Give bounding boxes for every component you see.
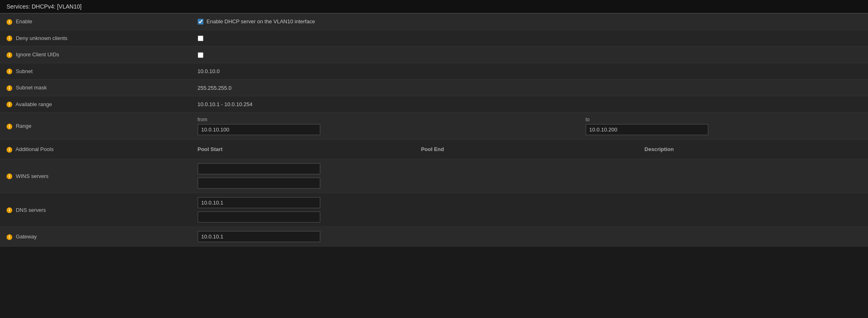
- subnet-info-icon[interactable]: i: [7, 69, 12, 74]
- range-to-input[interactable]: [586, 124, 708, 135]
- pool-description-header: Description: [645, 146, 861, 152]
- additional-pools-info-icon[interactable]: i: [7, 147, 12, 153]
- enable-checkbox[interactable]: [198, 19, 203, 24]
- page-content: i Enable Enable DHCP server on the VLAN1…: [0, 13, 868, 247]
- deny-unknown-row: i Deny unknown clients: [0, 30, 868, 47]
- wins-servers-row: i WINS servers: [0, 159, 868, 193]
- pool-start-header: Pool Start: [198, 146, 415, 152]
- deny-unknown-label-cell: i Deny unknown clients: [0, 30, 191, 47]
- range-row: i Range from to: [0, 113, 868, 140]
- gateway-value-cell: [191, 227, 868, 247]
- subnet-mask-label: Subnet mask: [16, 85, 47, 91]
- additional-pools-label: Additional Pools: [16, 146, 54, 152]
- subnet-mask-value-cell: 255.255.255.0: [191, 80, 868, 96]
- subnet-mask-label-cell: i Subnet mask: [0, 80, 191, 96]
- enable-checkbox-label: Enable DHCP server on the VLAN10 interfa…: [198, 18, 862, 24]
- range-label: Range: [16, 123, 31, 129]
- available-range-info-icon[interactable]: i: [7, 102, 12, 107]
- gateway-row: i Gateway: [0, 227, 868, 247]
- available-range-value-cell: 10.0.10.1 - 10.0.10.254: [191, 96, 868, 113]
- enable-checkbox-text: Enable DHCP server on the VLAN10 interfa…: [207, 18, 315, 24]
- gateway-label: Gateway: [16, 233, 37, 240]
- pool-end-header: Pool End: [421, 146, 638, 152]
- dns-servers-container: [198, 197, 862, 222]
- wins-servers-label-cell: i WINS servers: [0, 159, 191, 193]
- title-bar: Services: DHCPv4: [VLAN10]: [0, 0, 868, 13]
- enable-row: i Enable Enable DHCP server on the VLAN1…: [0, 13, 868, 30]
- form-table: i Enable Enable DHCP server on the VLAN1…: [0, 13, 868, 247]
- additional-pools-label-cell: i Additional Pools: [0, 140, 191, 159]
- ignore-client-uids-value-cell: [191, 47, 868, 63]
- ignore-client-uids-checkbox[interactable]: [198, 52, 203, 58]
- dns-servers-label-cell: i DNS servers: [0, 193, 191, 227]
- wins-server-input-2[interactable]: [198, 178, 320, 189]
- gateway-input[interactable]: [198, 231, 320, 242]
- wins-servers-label: WINS servers: [16, 173, 49, 179]
- dns-servers-value-cell: [191, 193, 868, 227]
- range-to-section: to: [586, 117, 708, 135]
- dns-servers-label: DNS servers: [16, 207, 46, 213]
- additional-pools-row: i Additional Pools Pool Start Pool End D…: [0, 140, 868, 159]
- range-label-cell: i Range: [0, 113, 191, 140]
- wins-server-input-1[interactable]: [198, 163, 320, 174]
- range-from-section: from: [198, 117, 341, 135]
- dns-server-input-2[interactable]: [198, 211, 320, 222]
- deny-unknown-value-cell: [191, 30, 868, 47]
- additional-pools-value-cell: Pool Start Pool End Description: [191, 140, 868, 159]
- subnet-row: i Subnet 10.0.10.0: [0, 63, 868, 80]
- range-to-label: to: [586, 117, 708, 122]
- wins-servers-container: [198, 163, 862, 189]
- wins-servers-value-cell: [191, 159, 868, 193]
- dns-servers-row: i DNS servers: [0, 193, 868, 227]
- wins-servers-info-icon[interactable]: i: [7, 173, 12, 179]
- subnet-mask-row: i Subnet mask 255.255.255.0: [0, 80, 868, 96]
- enable-value-cell: Enable DHCP server on the VLAN10 interfa…: [191, 13, 868, 30]
- gateway-label-cell: i Gateway: [0, 227, 191, 247]
- dns-server-input-1[interactable]: [198, 197, 320, 208]
- ignore-client-uids-label-cell: i Ignore Client UIDs: [0, 47, 191, 63]
- additional-pools-header: Pool Start Pool End Description: [198, 144, 862, 155]
- page-title: Services: DHCPv4: [VLAN10]: [7, 3, 82, 10]
- available-range-value: 10.0.10.1 - 10.0.10.254: [198, 101, 252, 107]
- deny-unknown-info-icon[interactable]: i: [7, 36, 12, 41]
- deny-unknown-label: Deny unknown clients: [16, 35, 67, 41]
- ignore-client-uids-info-icon[interactable]: i: [7, 52, 12, 58]
- range-from-input[interactable]: [198, 124, 320, 135]
- subnet-value-cell: 10.0.10.0: [191, 63, 868, 80]
- subnet-label-cell: i Subnet: [0, 63, 191, 80]
- available-range-label-cell: i Available range: [0, 96, 191, 113]
- ignore-client-uids-row: i Ignore Client UIDs: [0, 47, 868, 63]
- enable-info-icon[interactable]: i: [7, 19, 12, 25]
- available-range-label: Available range: [16, 101, 52, 107]
- dns-servers-info-icon[interactable]: i: [7, 207, 12, 213]
- subnet-value: 10.0.10.0: [198, 68, 220, 74]
- enable-label-cell: i Enable: [0, 13, 191, 30]
- range-value-cell: from to: [191, 113, 868, 140]
- range-info-icon[interactable]: i: [7, 124, 12, 129]
- subnet-mask-value: 255.255.255.0: [198, 85, 232, 91]
- available-range-row: i Available range 10.0.10.1 - 10.0.10.25…: [0, 96, 868, 113]
- subnet-label: Subnet: [16, 68, 33, 74]
- range-from-label: from: [198, 117, 341, 122]
- gateway-info-icon[interactable]: i: [7, 234, 12, 240]
- ignore-client-uids-label: Ignore Client UIDs: [16, 51, 59, 58]
- subnet-mask-info-icon[interactable]: i: [7, 85, 12, 91]
- enable-label: Enable: [16, 18, 32, 24]
- deny-unknown-checkbox[interactable]: [198, 36, 203, 41]
